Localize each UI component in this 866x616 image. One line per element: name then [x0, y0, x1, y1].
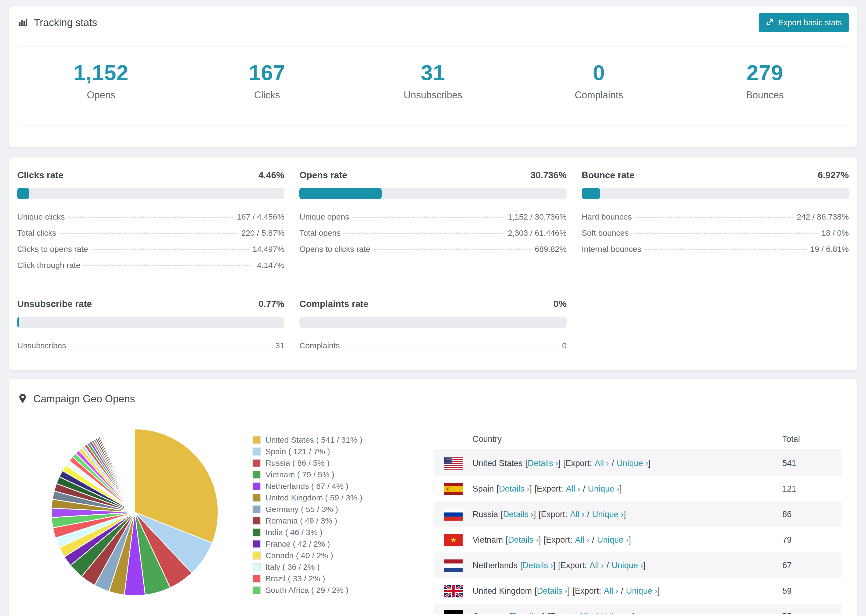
- clicks-rate-section: Clicks rate 4.46% Unique clicks167 / 4.4…: [17, 170, 284, 273]
- detail-row: Total opens2,303 / 61.446%: [299, 225, 567, 241]
- legend-item: Romania ( 49 / 3% ): [252, 517, 362, 525]
- export-unique-link[interactable]: Unique ›: [612, 561, 643, 570]
- country-name: United Kingdom: [472, 586, 532, 596]
- export-all-link[interactable]: All ›: [604, 586, 618, 596]
- legend-item: South Africa ( 29 / 2% ): [252, 586, 362, 594]
- export-unique-link[interactable]: Unique ›: [588, 484, 619, 493]
- flag-germany-icon: [444, 610, 463, 614]
- details-link[interactable]: Details ›: [503, 509, 534, 519]
- table-row: Spain[Details ›][Export:All ›/Unique ›] …: [434, 476, 842, 501]
- total-value: 86: [783, 509, 842, 519]
- details-link[interactable]: Details ›: [512, 612, 542, 614]
- legend-swatch: [252, 505, 261, 513]
- detail-row: Soft bounces18 / 0%: [582, 225, 849, 241]
- detail-row: Click through rate4.147%: [17, 257, 284, 273]
- details-link[interactable]: Details ›: [537, 586, 567, 596]
- table-row: Germany[Details ›][Export:All ›/Unique ›…: [434, 603, 842, 614]
- table-row: Netherlands[Details ›][Export:All ›/Uniq…: [434, 553, 842, 578]
- details-link[interactable]: Details ›: [527, 459, 558, 468]
- legend-item: Spain ( 121 / 7% ): [252, 448, 362, 456]
- legend-item: Italy ( 36 / 2% ): [252, 563, 362, 571]
- legend-item: Russia ( 86 / 5% ): [252, 459, 362, 467]
- bounce-rate-section: Bounce rate 6.927% Hard bounces242 / 86.…: [582, 170, 849, 273]
- details-link[interactable]: Details ›: [523, 561, 553, 570]
- legend-swatch: [252, 494, 261, 502]
- country-name: United States: [472, 459, 523, 468]
- flag-russia-icon: [444, 508, 463, 521]
- total-column-header: Total: [783, 434, 842, 444]
- export-basic-stats-button[interactable]: Export basic stats: [759, 13, 849, 32]
- detail-row: Hard bounces242 / 86.738%: [582, 209, 849, 225]
- table-row: United States[Details ›][Export:All ›/Un…: [434, 451, 842, 476]
- stat-bounces: 279 Bounces: [682, 47, 848, 126]
- country-name: Spain: [472, 484, 494, 493]
- complaints-rate-progressbar: [299, 317, 567, 328]
- legend-swatch: [252, 552, 261, 559]
- export-all-link[interactable]: All ›: [579, 612, 593, 614]
- legend-swatch: [252, 540, 261, 548]
- legend-item: Netherlands ( 67 / 4% ): [252, 482, 362, 490]
- detail-row: Unique clicks167 / 4.456%: [17, 209, 284, 225]
- country-name: Germany: [472, 612, 507, 614]
- flag-united-kingdom-icon: [444, 585, 463, 597]
- export-all-link[interactable]: All ›: [595, 459, 609, 468]
- table-row: United Kingdom[Details ›][Export:All ›/U…: [434, 578, 842, 603]
- table-row: Vietnam[Details ›][Export:All ›/Unique ›…: [434, 527, 842, 553]
- flag-united-states-icon: [444, 457, 463, 470]
- legend-item: Germany ( 55 / 3% ): [252, 505, 362, 513]
- unsubscribe-rate-progressbar: [17, 317, 284, 328]
- opens-rate-value: 30.736%: [531, 170, 567, 180]
- summary-stats-row: 1,152 Opens 167 Clicks 31 Unsubscribes 0…: [18, 46, 848, 126]
- detail-row: Opens to clicks rate689.82%: [299, 241, 567, 257]
- legend-swatch: [252, 528, 261, 536]
- export-all-link[interactable]: All ›: [570, 509, 584, 519]
- geo-opens-table: Country Total: [434, 428, 842, 614]
- clicks-rate-value: 4.46%: [258, 170, 284, 180]
- legend-item: Canada ( 40 / 2% ): [252, 552, 362, 559]
- opens-rate-title: Opens rate: [299, 170, 347, 180]
- map-pin-icon: [17, 393, 28, 405]
- stat-opens: 1,152 Opens: [18, 47, 184, 126]
- export-unique-link[interactable]: Unique ›: [601, 612, 632, 614]
- tracking-stats-header: Tracking stats Export basic stats: [9, 6, 857, 39]
- legend-swatch: [252, 459, 261, 467]
- details-link[interactable]: Details ›: [508, 535, 539, 545]
- complaints-rate-value: 0%: [553, 299, 567, 309]
- export-unique-link[interactable]: Unique ›: [617, 459, 648, 468]
- page-title: Tracking stats: [34, 17, 97, 28]
- total-value: 67: [783, 561, 842, 570]
- geo-body: United States ( 541 / 31% ) Spain ( 121 …: [9, 419, 857, 616]
- total-value: 541: [783, 459, 842, 468]
- bounce-rate-value: 6.927%: [818, 170, 849, 180]
- bar-chart-icon: [17, 16, 28, 29]
- legend-item: Vietnam ( 79 / 5% ): [252, 471, 362, 479]
- legend-item: India ( 46 / 3% ): [252, 528, 362, 536]
- legend-item: United States ( 541 / 31% ): [252, 436, 362, 444]
- flag-netherlands-icon: [444, 559, 463, 572]
- unsubscribe-rate-title: Unsubscribe rate: [17, 299, 92, 309]
- clicks-rate-progressbar: [17, 188, 284, 199]
- export-all-link[interactable]: All ›: [566, 484, 580, 493]
- legend-swatch: [252, 471, 261, 479]
- export-all-link[interactable]: All ›: [589, 561, 604, 570]
- tracking-stats-card: Tracking stats Export basic stats 1,152 …: [9, 6, 857, 147]
- total-value: 55: [783, 612, 842, 614]
- export-unique-link[interactable]: Unique ›: [597, 535, 628, 545]
- stat-unsubscribes: 31 Unsubscribes: [350, 47, 516, 126]
- export-all-link[interactable]: All ›: [575, 535, 589, 545]
- country-name: Russia: [472, 509, 498, 519]
- legend-swatch: [252, 448, 261, 456]
- export-unique-link[interactable]: Unique ›: [592, 509, 624, 519]
- bounce-rate-progressbar: [582, 188, 849, 199]
- header-divider: [17, 39, 849, 39]
- legend-swatch: [252, 517, 261, 525]
- flag-vietnam-icon: [444, 534, 463, 546]
- details-link[interactable]: Details ›: [499, 484, 529, 493]
- export-icon: [766, 17, 774, 28]
- legend-item: Brazil ( 33 / 2% ): [252, 575, 362, 583]
- legend-swatch: [252, 575, 261, 583]
- legend-swatch: [252, 436, 261, 444]
- detail-row: Internal bounces19 / 6.81%: [582, 241, 849, 257]
- export-unique-link[interactable]: Unique ›: [626, 586, 657, 596]
- legend-item: France ( 42 / 2% ): [252, 540, 362, 548]
